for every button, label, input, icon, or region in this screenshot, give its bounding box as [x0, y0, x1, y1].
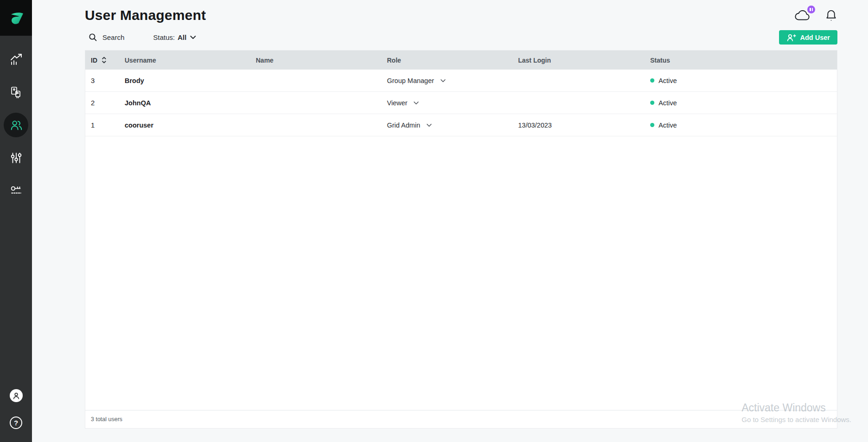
search-icon [89, 33, 97, 42]
sidebar-nav [0, 43, 32, 207]
column-header-name: Name [256, 57, 387, 64]
sidebar-bottom: ? [0, 382, 32, 442]
brand-logo-icon [7, 10, 25, 26]
active-nav-highlight [4, 113, 28, 137]
app-logo[interactable] [0, 0, 32, 36]
search-placeholder: Search [102, 33, 125, 41]
table-row: 2 JohnQA Viewer Active [85, 92, 837, 114]
add-user-button[interactable]: Add User [779, 30, 837, 45]
chevron-down-icon [413, 101, 419, 105]
main-content: User Management [32, 0, 868, 442]
role-dropdown[interactable]: Grid Admin [387, 122, 432, 129]
notifications-button[interactable] [825, 8, 837, 22]
status-label: Active [659, 77, 677, 84]
sort-icon [101, 57, 107, 64]
status-filter-dropdown[interactable]: Status: All [153, 33, 196, 41]
role-dropdown[interactable]: Group Manager [387, 77, 446, 84]
table-header-row: ID Username Name Role Last Login Status [85, 51, 837, 70]
status-label: Active [659, 122, 677, 129]
help-icon: ? [10, 416, 22, 429]
table-empty-area [85, 136, 837, 410]
chevron-down-icon [440, 79, 446, 83]
header-icons [794, 8, 837, 22]
users-table: ID Username Name Role Last Login Status … [85, 50, 837, 429]
table-footer: 3 total users [85, 410, 837, 428]
cloud-status-button[interactable] [794, 9, 811, 22]
column-header-last-login: Last Login [518, 57, 650, 64]
cell-username: JohnQA [125, 99, 256, 107]
search-input[interactable]: Search [89, 33, 125, 42]
status-dot-icon [650, 78, 654, 83]
total-users-count: 3 total users [91, 416, 122, 423]
column-header-role: Role [387, 57, 518, 64]
column-header-id[interactable]: ID [85, 57, 125, 64]
sidebar-item-access-keys[interactable] [0, 174, 32, 207]
sidebar: ? [0, 0, 32, 442]
cell-id: 3 [85, 77, 125, 84]
user-avatar-icon [10, 389, 23, 402]
cell-id: 2 [85, 99, 125, 107]
sidebar-item-settings[interactable] [0, 141, 32, 174]
chevron-down-icon [189, 35, 196, 39]
role-dropdown[interactable]: Viewer [387, 99, 419, 107]
sidebar-item-account[interactable] [0, 382, 32, 409]
cell-username: cooruser [125, 122, 256, 129]
status-filter-value: All [177, 33, 186, 41]
devices-icon [9, 85, 24, 100]
toolbar: Search Status: All Add User [32, 23, 868, 45]
bell-icon [825, 8, 837, 22]
page-title: User Management [85, 7, 794, 23]
sidebar-item-devices[interactable] [0, 76, 32, 109]
users-icon [9, 118, 23, 132]
cell-username: Brody [125, 77, 256, 84]
cell-status: Active [650, 77, 837, 84]
sidebar-item-analytics[interactable] [0, 43, 32, 76]
chevron-down-icon [426, 123, 432, 127]
sidebar-item-users[interactable] [0, 109, 32, 141]
status-filter-label: Status: [153, 33, 175, 41]
cell-id: 1 [85, 121, 125, 129]
page-header: User Management [32, 0, 868, 23]
user-plus-icon [786, 33, 796, 42]
key-icon [9, 184, 23, 198]
cell-status: Active [650, 122, 837, 129]
column-header-status: Status [650, 57, 837, 64]
cell-last-login: 13/03/2023 [518, 122, 650, 129]
sliders-icon [9, 151, 23, 165]
cell-status: Active [650, 99, 837, 107]
status-label: Active [659, 99, 677, 107]
table-row: 3 Brody Group Manager Active [85, 70, 837, 92]
line-chart-icon [9, 52, 24, 67]
status-dot-icon [650, 101, 654, 105]
pause-badge-icon [807, 6, 815, 13]
add-user-label: Add User [800, 34, 830, 41]
status-dot-icon [650, 123, 654, 127]
column-header-username: Username [125, 57, 256, 64]
sidebar-item-help[interactable]: ? [0, 409, 32, 436]
table-row: 1 cooruser Grid Admin 13/03/2023 Active [85, 114, 837, 136]
